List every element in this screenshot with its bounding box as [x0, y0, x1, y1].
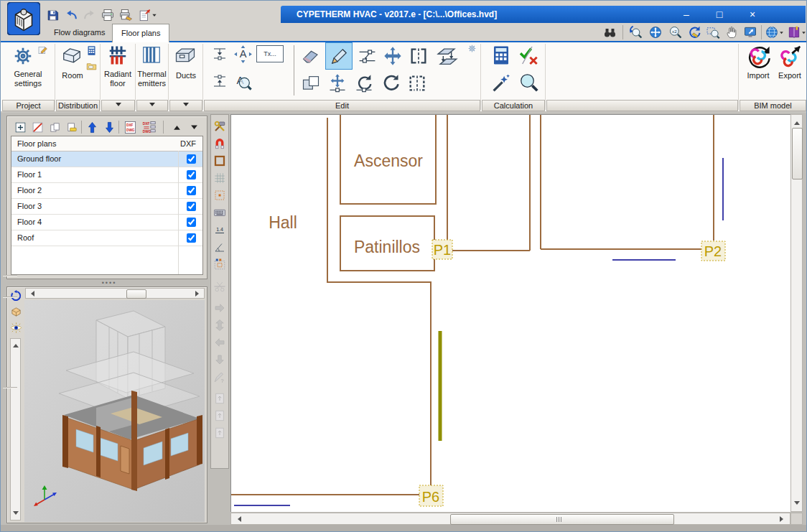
bim-import-button[interactable]	[745, 42, 772, 70]
room-calculate-button[interactable]	[85, 44, 98, 57]
thermal-emitters-button[interactable]	[139, 42, 164, 68]
check-results-button[interactable]	[516, 42, 543, 68]
tab-flow-diagrams[interactable]: Flow diagrams	[45, 24, 114, 41]
marker-p2[interactable]: P2	[701, 241, 725, 261]
pan-vertical-button[interactable]	[212, 317, 228, 333]
view-3d-button[interactable]	[9, 304, 24, 319]
scroll-right-arrow[interactable]	[195, 291, 202, 297]
app-logo-icon[interactable]	[5, 2, 42, 35]
pan-right-button[interactable]	[212, 300, 228, 316]
floor-row-4[interactable]: Floor 4	[11, 215, 202, 230]
redraw-button[interactable]	[685, 24, 704, 40]
dxf-checkbox[interactable]	[187, 186, 196, 195]
panel-splitter[interactable]: ••••	[93, 281, 126, 285]
room-button[interactable]	[60, 44, 84, 68]
preview-3d-viewport[interactable]	[24, 300, 205, 522]
scroll-thumb[interactable]	[126, 289, 146, 299]
copy-between-floors-button[interactable]	[432, 42, 462, 70]
general-settings-button[interactable]	[11, 44, 35, 68]
pan-left-button[interactable]	[212, 335, 228, 350]
bim-export-button[interactable]	[776, 42, 803, 70]
maximize-button[interactable]: □	[709, 6, 730, 23]
zoom-window-button[interactable]	[704, 24, 722, 40]
full-screen-button[interactable]	[741, 24, 760, 40]
previous-floor-button[interactable]	[169, 119, 185, 135]
grid-button[interactable]	[212, 170, 228, 186]
copy-floor-plan-button[interactable]	[47, 119, 62, 135]
dxf-checkbox[interactable]	[187, 218, 196, 227]
find-button[interactable]	[601, 24, 618, 40]
save-button[interactable]	[44, 6, 61, 24]
insert-node-2-button[interactable]	[210, 71, 230, 91]
insert-node-button[interactable]	[210, 44, 230, 64]
selection-button[interactable]	[212, 256, 228, 272]
minimize-button[interactable]: –	[676, 6, 697, 23]
dxf-checkbox[interactable]	[187, 170, 196, 179]
delete-floor-plan-button[interactable]	[29, 119, 45, 135]
help-button[interactable]	[785, 24, 807, 40]
thermal-emitters-dropdown[interactable]	[136, 100, 168, 111]
scroll-up-arrow[interactable]	[13, 341, 19, 347]
web-services-button[interactable]	[763, 24, 785, 40]
floor-row-3[interactable]: Floor 3	[11, 199, 202, 215]
preview-vscrollbar[interactable]	[10, 338, 21, 521]
object-snap-button[interactable]	[212, 187, 228, 203]
pan-button[interactable]	[722, 24, 741, 40]
tab-floor-plans[interactable]: Floor plans	[112, 24, 169, 42]
edit-project-data-button[interactable]	[37, 44, 50, 57]
canvas-vscrollbar[interactable]	[790, 114, 803, 512]
query-edit-button[interactable]	[212, 369, 228, 385]
floor-plan-canvas[interactable]: Hall Ascensor Patinillos P1 P2 P6	[230, 114, 790, 512]
scroll-thumb[interactable]	[450, 514, 674, 525]
floor-row-roof[interactable]: Roof	[11, 230, 202, 246]
page-setup-2-button[interactable]	[212, 408, 228, 424]
copy-button[interactable]	[299, 71, 323, 95]
delete-button[interactable]	[299, 44, 323, 68]
move-up-button[interactable]	[84, 119, 100, 135]
print-floor-plan-button[interactable]	[64, 119, 80, 135]
angle-button[interactable]	[212, 239, 228, 255]
snap-magnet-button[interactable]	[212, 136, 228, 151]
zoom-previous-button[interactable]	[626, 24, 645, 40]
inspect-button[interactable]	[516, 70, 543, 95]
search-text-button[interactable]	[231, 70, 254, 93]
next-floor-button[interactable]	[186, 119, 202, 135]
scroll-right-arrow[interactable]	[780, 516, 786, 522]
ducts-dropdown[interactable]	[169, 100, 202, 111]
pan-down-button[interactable]	[212, 352, 228, 368]
ortho-button[interactable]	[212, 153, 228, 169]
visibility-button[interactable]	[9, 320, 24, 335]
scroll-left-arrow[interactable]	[235, 516, 241, 522]
page-setup-1-button[interactable]	[212, 391, 228, 406]
add-floor-plan-button[interactable]	[12, 119, 28, 135]
split-dashed-button[interactable]	[405, 71, 429, 95]
rotate-node-button[interactable]	[352, 71, 376, 95]
move-button[interactable]	[381, 44, 405, 68]
cut-disabled-button[interactable]	[212, 279, 228, 294]
scroll-thumb[interactable]	[792, 128, 803, 179]
ducts-button[interactable]	[173, 44, 197, 68]
wizard-button[interactable]	[488, 70, 514, 95]
marker-p1[interactable]: P1	[432, 240, 452, 259]
marker-p6[interactable]: P6	[419, 485, 443, 506]
adjust-nodes-button[interactable]	[355, 44, 379, 68]
dxf-checkbox[interactable]	[187, 154, 196, 164]
dxf-checkbox[interactable]	[187, 233, 196, 243]
keyboard-entry-button[interactable]	[212, 205, 228, 220]
canvas-hscrollbar[interactable]	[230, 513, 790, 525]
export-report-button[interactable]	[136, 6, 158, 24]
floor-row-1[interactable]: Floor 1	[11, 167, 202, 183]
move-text-button[interactable]	[231, 42, 254, 65]
radiant-floor-button[interactable]	[106, 42, 130, 68]
redo-button[interactable]	[80, 6, 98, 24]
floor-row-ground[interactable]: Ground floor	[11, 151, 202, 167]
move-node-button[interactable]	[325, 71, 350, 95]
preview-hscrollbar[interactable]	[25, 288, 205, 299]
edit-tool-button-selected[interactable]	[325, 42, 353, 70]
tools-button[interactable]	[212, 118, 228, 134]
calculate-button[interactable]	[488, 42, 514, 68]
edit-options-button[interactable]	[466, 42, 477, 54]
rotate-button[interactable]	[378, 71, 403, 95]
scroll-left-arrow[interactable]	[28, 291, 34, 297]
dxf-dwg-layers-button[interactable]	[140, 119, 157, 135]
